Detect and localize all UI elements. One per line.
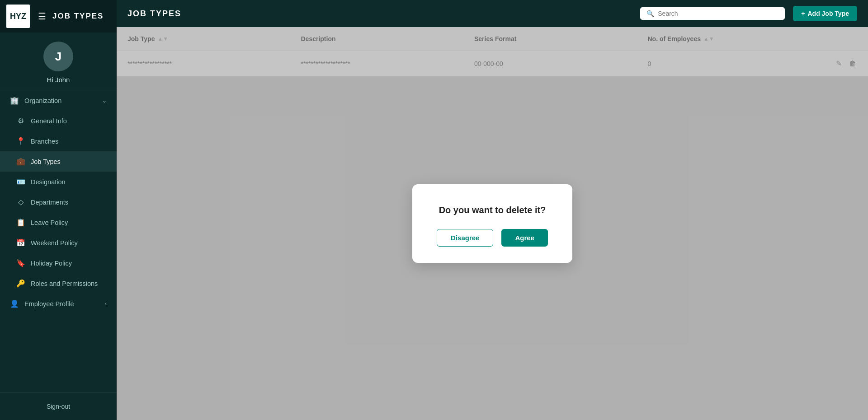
sidebar-item-general-info[interactable]: ⚙ General Info bbox=[0, 111, 117, 131]
job-types-icon: 💼 bbox=[16, 157, 25, 166]
content-area: Job Type ▲▼ Description Series Format No… bbox=[117, 27, 868, 420]
designation-icon: 🪪 bbox=[16, 177, 25, 186]
chevron-down-icon: ⌄ bbox=[102, 98, 107, 104]
holiday-policy-icon: 🔖 bbox=[16, 259, 25, 267]
search-box[interactable]: 🔍 bbox=[640, 7, 785, 20]
avatar: J bbox=[43, 42, 73, 71]
modal-overlay: Do you want to delete it? Disagree Agree bbox=[117, 27, 868, 420]
sidebar-item-label: Weekend Policy bbox=[31, 239, 78, 247]
dialog-message: Do you want to delete it? bbox=[439, 205, 546, 215]
leave-policy-icon: 📋 bbox=[16, 218, 25, 227]
greeting-text: Hi John bbox=[47, 76, 70, 84]
sidebar-header: HYZ ☰ JOB TYPES bbox=[0, 0, 117, 33]
search-icon: 🔍 bbox=[646, 10, 654, 17]
sidebar-item-label: Roles and Permissions bbox=[31, 280, 98, 287]
sidebar: HYZ ☰ JOB TYPES J Hi John 🏢 Organization… bbox=[0, 0, 117, 420]
logo: HYZ bbox=[6, 5, 30, 28]
agree-button[interactable]: Agree bbox=[501, 229, 548, 247]
sign-out-button[interactable]: Sign-out bbox=[0, 399, 117, 414]
sidebar-item-label: General Info bbox=[31, 117, 67, 125]
sidebar-item-label: Organization bbox=[24, 97, 61, 104]
sidebar-item-designation[interactable]: 🪪 Designation bbox=[0, 172, 117, 192]
disagree-button[interactable]: Disagree bbox=[437, 229, 493, 247]
branches-icon: 📍 bbox=[16, 137, 25, 145]
sidebar-footer: Sign-out bbox=[0, 392, 117, 420]
employee-profile-icon: 👤 bbox=[10, 299, 19, 308]
delete-dialog: Do you want to delete it? Disagree Agree bbox=[412, 184, 572, 263]
sidebar-item-label: Holiday Policy bbox=[31, 260, 72, 267]
sidebar-item-departments[interactable]: ◇ Departments bbox=[0, 192, 117, 212]
sidebar-page-title: JOB TYPES bbox=[52, 12, 104, 21]
sidebar-nav: 🏢 Organization ⌄ ⚙ General Info 📍 Branch… bbox=[0, 90, 117, 392]
add-job-type-button[interactable]: + Add Job Type bbox=[793, 6, 857, 21]
sidebar-item-leave-policy[interactable]: 📋 Leave Policy bbox=[0, 212, 117, 233]
sidebar-item-branches[interactable]: 📍 Branches bbox=[0, 131, 117, 151]
chevron-right-icon: › bbox=[105, 301, 107, 307]
sidebar-item-label: Job Types bbox=[31, 158, 61, 165]
sidebar-item-label: Departments bbox=[31, 199, 68, 206]
sidebar-item-organization[interactable]: 🏢 Organization ⌄ bbox=[0, 90, 117, 111]
sidebar-item-job-types[interactable]: 💼 Job Types bbox=[0, 151, 117, 172]
sidebar-item-label: Branches bbox=[31, 138, 58, 145]
organization-icon: 🏢 bbox=[10, 96, 19, 105]
roles-permissions-icon: 🔑 bbox=[16, 279, 25, 288]
hamburger-icon[interactable]: ☰ bbox=[38, 11, 46, 22]
add-button-label: Add Job Type bbox=[807, 10, 849, 17]
search-input[interactable] bbox=[658, 10, 778, 17]
sidebar-item-label: Designation bbox=[31, 178, 66, 186]
sidebar-item-label: Employee Profile bbox=[24, 300, 74, 308]
sidebar-item-holiday-policy[interactable]: 🔖 Holiday Policy bbox=[0, 253, 117, 273]
sidebar-item-roles-permissions[interactable]: 🔑 Roles and Permissions bbox=[0, 273, 117, 294]
topbar: JOB TYPES 🔍 + Add Job Type bbox=[117, 0, 868, 27]
departments-icon: ◇ bbox=[16, 198, 25, 206]
sidebar-item-label: Leave Policy bbox=[31, 219, 68, 226]
topbar-title: JOB TYPES bbox=[127, 9, 632, 19]
plus-icon: + bbox=[801, 10, 805, 17]
sidebar-item-employee-profile[interactable]: 👤 Employee Profile › bbox=[0, 294, 117, 314]
main-content: JOB TYPES 🔍 + Add Job Type Job Type ▲▼ D… bbox=[117, 0, 868, 420]
weekend-policy-icon: 📅 bbox=[16, 238, 25, 247]
user-area: J Hi John bbox=[0, 33, 117, 90]
general-info-icon: ⚙ bbox=[16, 117, 25, 125]
dialog-buttons: Disagree Agree bbox=[437, 229, 548, 247]
sidebar-item-weekend-policy[interactable]: 📅 Weekend Policy bbox=[0, 233, 117, 253]
